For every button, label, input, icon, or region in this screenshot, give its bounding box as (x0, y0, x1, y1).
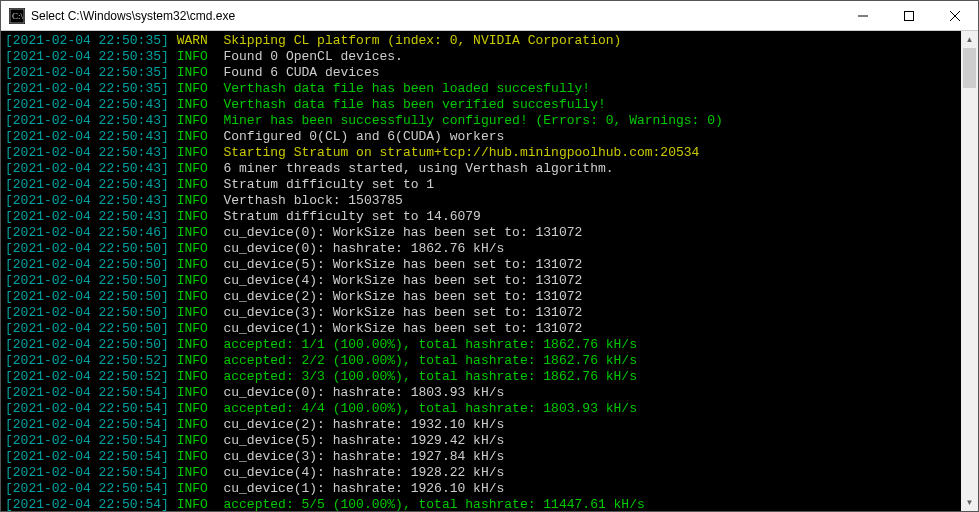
log-message: cu_device(0): hashrate: 1803.93 kH/s (223, 385, 504, 400)
log-message: Verthash block: 1503785 (223, 193, 402, 208)
maximize-button[interactable] (886, 1, 932, 30)
log-timestamp: [2021-02-04 22:50:50] (5, 289, 169, 304)
log-level: INFO (177, 481, 208, 496)
log-level: INFO (177, 273, 208, 288)
log-timestamp: [2021-02-04 22:50:43] (5, 161, 169, 176)
log-level: WARN (177, 33, 208, 48)
log-message: Skipping CL platform (index: 0, NVIDIA C… (223, 33, 621, 48)
log-timestamp: [2021-02-04 22:50:43] (5, 113, 169, 128)
log-level: INFO (177, 337, 208, 352)
log-line: [2021-02-04 22:50:50] INFO cu_device(2):… (5, 289, 957, 305)
close-icon (950, 11, 960, 21)
window-title: Select C:\Windows\system32\cmd.exe (31, 9, 840, 23)
log-level: INFO (177, 465, 208, 480)
log-timestamp: [2021-02-04 22:50:43] (5, 129, 169, 144)
log-timestamp: [2021-02-04 22:50:43] (5, 177, 169, 192)
terminal-output[interactable]: [2021-02-04 22:50:35] WARN Skipping CL p… (1, 31, 961, 511)
log-message: cu_device(1): hashrate: 1926.10 kH/s (223, 481, 504, 496)
log-timestamp: [2021-02-04 22:50:43] (5, 97, 169, 112)
log-line: [2021-02-04 22:50:43] INFO Verthash bloc… (5, 193, 957, 209)
log-line: [2021-02-04 22:50:50] INFO accepted: 1/1… (5, 337, 957, 353)
titlebar[interactable]: C:\ Select C:\Windows\system32\cmd.exe (1, 1, 978, 31)
scroll-thumb[interactable] (963, 48, 976, 88)
log-timestamp: [2021-02-04 22:50:35] (5, 65, 169, 80)
log-line: [2021-02-04 22:50:46] INFO cu_device(0):… (5, 225, 957, 241)
log-line: [2021-02-04 22:50:52] INFO accepted: 2/2… (5, 353, 957, 369)
log-level: INFO (177, 241, 208, 256)
log-timestamp: [2021-02-04 22:50:50] (5, 305, 169, 320)
log-timestamp: [2021-02-04 22:50:54] (5, 385, 169, 400)
log-message: Found 0 OpenCL devices. (223, 49, 402, 64)
log-level: INFO (177, 497, 208, 511)
log-level: INFO (177, 65, 208, 80)
log-line: [2021-02-04 22:50:54] INFO cu_device(2):… (5, 417, 957, 433)
log-line: [2021-02-04 22:50:43] INFO Verthash data… (5, 97, 957, 113)
log-level: INFO (177, 289, 208, 304)
log-message: cu_device(3): WorkSize has been set to: … (223, 305, 582, 320)
log-timestamp: [2021-02-04 22:50:50] (5, 241, 169, 256)
log-message: cu_device(5): hashrate: 1929.42 kH/s (223, 433, 504, 448)
log-level: INFO (177, 145, 208, 160)
log-message: Miner has been successfully configured! … (223, 113, 722, 128)
log-line: [2021-02-04 22:50:54] INFO cu_device(4):… (5, 465, 957, 481)
log-message: cu_device(4): WorkSize has been set to: … (223, 273, 582, 288)
log-line: [2021-02-04 22:50:54] INFO cu_device(1):… (5, 481, 957, 497)
log-message: cu_device(5): WorkSize has been set to: … (223, 257, 582, 272)
log-line: [2021-02-04 22:50:43] INFO Starting Stra… (5, 145, 957, 161)
log-timestamp: [2021-02-04 22:50:54] (5, 449, 169, 464)
log-line: [2021-02-04 22:50:35] INFO Found 6 CUDA … (5, 65, 957, 81)
log-message: accepted: 1/1 (100.00%), total hashrate:… (223, 337, 636, 352)
log-message: Verthash data file has been verified suc… (223, 97, 605, 112)
log-level: INFO (177, 97, 208, 112)
log-line: [2021-02-04 22:50:43] INFO Stratum diffi… (5, 177, 957, 193)
log-line: [2021-02-04 22:50:52] INFO accepted: 3/3… (5, 369, 957, 385)
log-message: Verthash data file has been loaded succe… (223, 81, 590, 96)
log-line: [2021-02-04 22:50:54] INFO accepted: 5/5… (5, 497, 957, 511)
log-timestamp: [2021-02-04 22:50:50] (5, 257, 169, 272)
log-level: INFO (177, 433, 208, 448)
log-message: cu_device(2): WorkSize has been set to: … (223, 289, 582, 304)
svg-rect-4 (905, 11, 914, 20)
log-line: [2021-02-04 22:50:43] INFO Miner has bee… (5, 113, 957, 129)
log-line: [2021-02-04 22:50:43] INFO Configured 0(… (5, 129, 957, 145)
log-timestamp: [2021-02-04 22:50:43] (5, 193, 169, 208)
log-message: accepted: 4/4 (100.00%), total hashrate:… (223, 401, 636, 416)
log-timestamp: [2021-02-04 22:50:54] (5, 433, 169, 448)
log-line: [2021-02-04 22:50:50] INFO cu_device(1):… (5, 321, 957, 337)
log-timestamp: [2021-02-04 22:50:50] (5, 337, 169, 352)
log-level: INFO (177, 113, 208, 128)
log-timestamp: [2021-02-04 22:50:52] (5, 369, 169, 384)
log-level: INFO (177, 305, 208, 320)
scroll-up-arrow[interactable]: ▲ (961, 31, 978, 48)
log-timestamp: [2021-02-04 22:50:52] (5, 353, 169, 368)
log-level: INFO (177, 385, 208, 400)
log-level: INFO (177, 321, 208, 336)
log-line: [2021-02-04 22:50:50] INFO cu_device(5):… (5, 257, 957, 273)
log-level: INFO (177, 193, 208, 208)
log-level: INFO (177, 81, 208, 96)
log-line: [2021-02-04 22:50:54] INFO accepted: 4/4… (5, 401, 957, 417)
log-level: INFO (177, 369, 208, 384)
log-timestamp: [2021-02-04 22:50:50] (5, 273, 169, 288)
log-level: INFO (177, 417, 208, 432)
terminal-area: [2021-02-04 22:50:35] WARN Skipping CL p… (1, 31, 978, 511)
log-timestamp: [2021-02-04 22:50:46] (5, 225, 169, 240)
log-message: cu_device(1): WorkSize has been set to: … (223, 321, 582, 336)
log-message: Stratum difficulty set to 1 (223, 177, 434, 192)
log-level: INFO (177, 449, 208, 464)
log-message: Found 6 CUDA devices (223, 65, 379, 80)
scroll-down-arrow[interactable]: ▼ (961, 494, 978, 511)
log-message: Starting Stratum on stratum+tcp://hub.mi… (223, 145, 699, 160)
log-line: [2021-02-04 22:50:54] INFO cu_device(0):… (5, 385, 957, 401)
minimize-button[interactable] (840, 1, 886, 30)
log-timestamp: [2021-02-04 22:50:54] (5, 497, 169, 511)
log-timestamp: [2021-02-04 22:50:35] (5, 33, 169, 48)
log-line: [2021-02-04 22:50:43] INFO 6 miner threa… (5, 161, 957, 177)
log-message: Configured 0(CL) and 6(CUDA) workers (223, 129, 504, 144)
log-message: cu_device(3): hashrate: 1927.84 kH/s (223, 449, 504, 464)
log-line: [2021-02-04 22:50:35] INFO Found 0 OpenC… (5, 49, 957, 65)
cmd-window: C:\ Select C:\Windows\system32\cmd.exe [… (0, 0, 979, 512)
log-timestamp: [2021-02-04 22:50:50] (5, 321, 169, 336)
vertical-scrollbar[interactable]: ▲ ▼ (961, 31, 978, 511)
close-button[interactable] (932, 1, 978, 30)
